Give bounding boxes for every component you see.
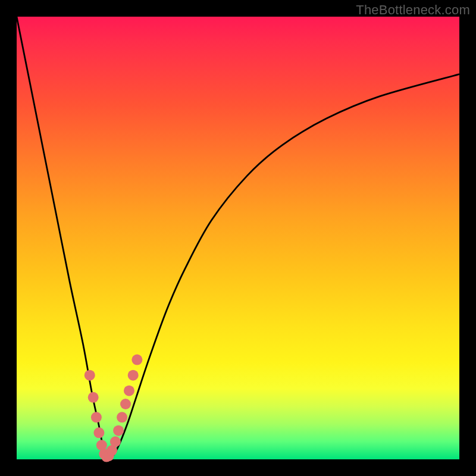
data-point xyxy=(113,425,124,436)
data-point xyxy=(93,427,104,438)
data-point xyxy=(84,370,95,381)
data-point xyxy=(110,436,121,447)
data-point xyxy=(120,399,131,409)
bottleneck-curve xyxy=(17,17,459,459)
data-point-group xyxy=(84,355,143,462)
data-point xyxy=(124,386,134,396)
data-point xyxy=(117,412,127,422)
chart-frame: TheBottleneck.com xyxy=(0,0,476,476)
chart-svg-layer xyxy=(0,0,476,476)
data-point xyxy=(88,392,99,403)
data-point xyxy=(131,355,142,365)
data-point xyxy=(91,412,102,422)
data-point xyxy=(128,370,139,381)
